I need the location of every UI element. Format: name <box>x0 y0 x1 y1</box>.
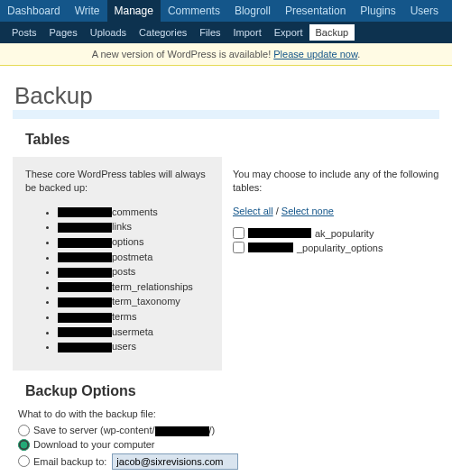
list-item: users <box>58 339 209 354</box>
primary-nav: Dashboard Write Manage Comments Blogroll… <box>0 0 452 22</box>
list-item: term_relationships <box>58 279 209 295</box>
subnav-backup[interactable]: Backup <box>309 24 355 41</box>
list-item: posts <box>58 264 209 279</box>
core-intro: These core WordPress tables will always … <box>25 168 209 196</box>
optional-table-row: _popularity_options <box>233 242 439 253</box>
update-link[interactable]: Please update now <box>273 49 357 60</box>
nav-presentation[interactable]: Presentation <box>278 0 353 22</box>
nav-blogroll[interactable]: Blogroll <box>227 0 278 22</box>
subnav-import[interactable]: Import <box>227 24 268 41</box>
link-separator: / <box>273 206 281 216</box>
core-tables-box: These core WordPress tables will always … <box>13 157 222 371</box>
nav-manage[interactable]: Manage <box>107 0 161 22</box>
list-item: usermeta <box>58 325 209 340</box>
subnav-categories[interactable]: Categories <box>133 24 193 41</box>
optional-intro: You may choose to include any of the fol… <box>233 168 439 196</box>
redacted-prefix <box>248 243 293 252</box>
page-title: Backup <box>13 78 439 119</box>
list-item: terms <box>58 309 209 325</box>
email-label: Email backup to: <box>33 456 106 467</box>
nav-plugins[interactable]: Plugins <box>353 0 402 22</box>
notice-text: A new version of WordPress is available! <box>92 49 274 60</box>
table-name: _popularity_options <box>297 243 383 253</box>
subnav-uploads[interactable]: Uploads <box>84 24 133 41</box>
optional-table-row: ak_popularity <box>233 227 439 239</box>
backup-options-form: What to do with the backup file: Save to… <box>18 408 439 470</box>
secondary-nav: Posts Pages Uploads Categories Files Imp… <box>0 22 452 43</box>
tables-heading: Tables <box>25 132 439 148</box>
backup-options-label: What to do with the backup file: <box>18 408 439 419</box>
list-item: links <box>58 219 209 234</box>
redacted-prefix <box>248 228 311 238</box>
nav-options[interactable]: Options <box>446 0 452 22</box>
backup-options-heading: Backup Options <box>25 383 439 399</box>
core-tables-list: comments links options postmeta posts te… <box>25 205 209 354</box>
list-item: options <box>58 234 209 250</box>
table-name: ak_popularity <box>315 228 374 239</box>
nav-users[interactable]: Users <box>403 0 446 22</box>
subnav-export[interactable]: Export <box>268 24 309 41</box>
table-checkbox[interactable] <box>233 227 244 239</box>
email-radio[interactable] <box>18 455 30 467</box>
list-item: term_taxonomy <box>58 294 209 309</box>
update-notice: A new version of WordPress is available!… <box>0 43 452 66</box>
subnav-posts[interactable]: Posts <box>5 24 43 41</box>
subnav-pages[interactable]: Pages <box>43 24 84 41</box>
nav-dashboard[interactable]: Dashboard <box>0 0 68 22</box>
list-item: postmeta <box>58 250 209 265</box>
select-all-link[interactable]: Select all <box>233 206 273 216</box>
download-label: Download to your computer <box>33 439 155 450</box>
nav-write[interactable]: Write <box>68 0 107 22</box>
save-server-radio[interactable] <box>18 425 30 436</box>
list-item: comments <box>58 205 209 220</box>
nav-comments[interactable]: Comments <box>161 0 227 22</box>
select-none-link[interactable]: Select none <box>281 206 334 216</box>
subnav-files[interactable]: Files <box>193 24 226 41</box>
email-field[interactable] <box>112 453 238 470</box>
save-server-label: Save to server (wp-content//) <box>33 425 215 436</box>
optional-tables-box: You may choose to include any of the fol… <box>233 157 439 371</box>
download-radio[interactable] <box>18 439 30 451</box>
table-checkbox[interactable] <box>233 242 244 253</box>
